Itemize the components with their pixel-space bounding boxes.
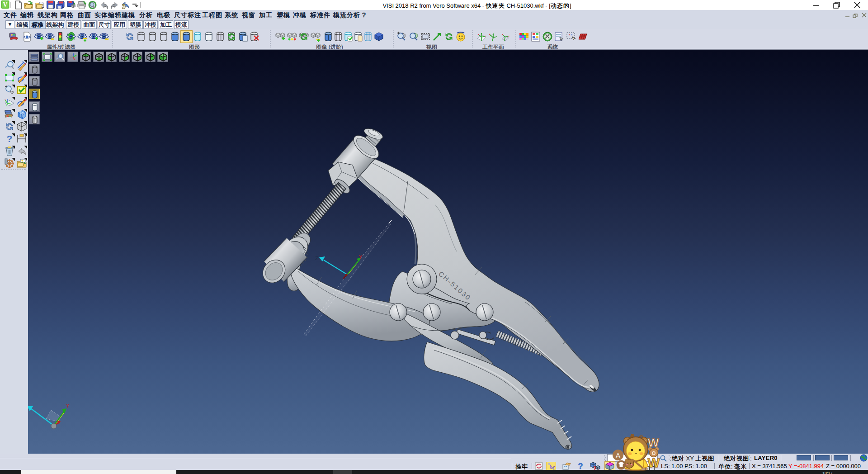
svg-text:Z: Z — [315, 256, 318, 261]
svg-text:Y: Y — [66, 403, 70, 408]
svg-text:V: V — [3, 1, 8, 8]
svg-text:Y: Y — [359, 254, 363, 260]
svg-text:?: ? — [7, 133, 13, 144]
svg-text:W: W — [648, 456, 660, 470]
svg-text:O: O — [652, 450, 656, 456]
svg-text:A: A — [616, 451, 620, 459]
svg-text:?: ? — [578, 462, 583, 470]
